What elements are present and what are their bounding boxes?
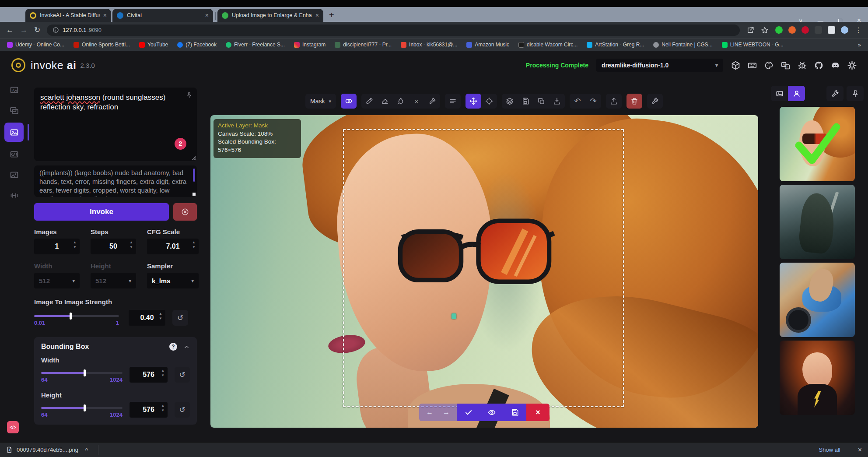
show-all-downloads-link[interactable]: Show all	[819, 446, 840, 453]
download-menu-icon[interactable]: ^	[85, 446, 88, 453]
move-tool-button[interactable]	[466, 94, 481, 109]
address-bar[interactable]: 127.0.0.1:9090	[47, 25, 740, 36]
tab-invokeai[interactable]: InvokeAI - A Stable Diffusion Too ×	[25, 9, 111, 22]
download-item[interactable]: 000979.40d74eb5....png ^	[6, 446, 88, 453]
pin-icon[interactable]	[186, 91, 192, 101]
console-toggle-button[interactable]: </>	[7, 421, 19, 433]
cfg-scale-input[interactable]: 7.01 ▲▼	[147, 239, 199, 254]
stepper[interactable]: ▲▼	[161, 404, 164, 412]
tab-image-to-image[interactable]	[6, 102, 22, 119]
accept-image-button[interactable]	[457, 404, 480, 421]
undo-button[interactable]: ↶	[570, 94, 585, 109]
panel-scrollbar[interactable]	[28, 124, 29, 141]
width-select[interactable]: 512▾	[34, 273, 80, 288]
volume-extension-icon[interactable]	[788, 26, 796, 34]
bookmark-item[interactable]: LINE WEBTOON - G...	[722, 42, 784, 48]
images-input[interactable]: 1 ▲▼	[34, 239, 80, 254]
bookmark-item[interactable]: Udemy - Online Co...	[7, 42, 64, 48]
bbox-width-input[interactable]: 576 ▲▼	[130, 367, 168, 383]
eraser-tool-button[interactable]	[377, 94, 393, 109]
tab-text-to-image[interactable]	[6, 81, 22, 98]
mask-options-button[interactable]	[341, 94, 357, 109]
bbox-height-input[interactable]: 576 ▲▼	[130, 402, 168, 418]
strength-slider[interactable]: 0.01 1	[34, 312, 119, 323]
gallery-results-tab[interactable]	[788, 86, 805, 101]
new-tab-button[interactable]: +	[329, 10, 334, 20]
bbox-width-slider[interactable]: 64 1024	[41, 369, 122, 380]
stepper[interactable]: ▲▼	[73, 241, 77, 249]
collapse-chevron-icon[interactable]	[183, 344, 190, 350]
language-icon[interactable]	[781, 61, 790, 70]
tab-close-icon[interactable]: ×	[205, 12, 209, 19]
tab-upscale[interactable]: Upload Image to Enlarge & Enha ×	[217, 9, 323, 22]
canvas-image[interactable]: Active Layer: Mask Canvas Scale: 108% Sc…	[210, 115, 758, 428]
gallery-settings-button[interactable]	[826, 86, 844, 101]
gallery-thumbnail-selected[interactable]	[780, 107, 855, 181]
bookmark-item[interactable]: Fiverr - Freelance S...	[226, 42, 285, 48]
notes-extension-icon[interactable]	[828, 26, 835, 34]
site-info-icon[interactable]	[52, 27, 59, 33]
resize-handle-icon[interactable]	[192, 156, 196, 160]
erase-bounding-box-button[interactable]: ×	[409, 94, 424, 109]
back-button[interactable]: ←	[6, 26, 14, 35]
tab-training[interactable]	[6, 187, 22, 204]
gallery-images-tab[interactable]	[771, 86, 788, 101]
theme-palette-icon[interactable]	[764, 61, 774, 70]
save-to-gallery-button[interactable]	[518, 94, 533, 109]
prompt-input[interactable]: scarlett johansson (round sunglasses) re…	[34, 88, 197, 161]
model-manager-icon[interactable]	[731, 61, 740, 70]
grammarly-extension-icon[interactable]	[775, 26, 783, 34]
gallery-thumbnail[interactable]	[780, 341, 855, 415]
bookmark-star-icon[interactable]	[761, 26, 769, 34]
copy-to-clipboard-button[interactable]	[533, 94, 549, 109]
stepper[interactable]: ▲▼	[130, 241, 133, 249]
tab-nodes[interactable]	[6, 146, 22, 162]
adblock-extension-icon[interactable]	[802, 26, 809, 34]
reset-view-button[interactable]	[481, 94, 497, 109]
bookmark-item[interactable]: Amazon Music	[466, 42, 509, 48]
slider-handle[interactable]	[84, 404, 86, 411]
merge-visible-button[interactable]	[502, 94, 518, 109]
fill-bounding-box-button[interactable]	[393, 94, 409, 109]
layer-select[interactable]: Mask ▾	[305, 94, 336, 109]
close-downloads-bar-icon[interactable]: ×	[858, 446, 862, 454]
gallery-thumbnail[interactable]	[780, 263, 855, 337]
brush-options-button[interactable]	[445, 94, 461, 109]
discord-icon[interactable]	[831, 61, 840, 70]
scrollbar-thumb[interactable]	[193, 169, 195, 182]
cancel-button[interactable]	[173, 203, 197, 221]
bookmark-item[interactable]: disable Wacom Circ...	[518, 42, 578, 48]
help-icon[interactable]: ?	[169, 343, 177, 351]
profile-avatar[interactable]	[841, 26, 848, 34]
bbox-height-slider[interactable]: 64 1024	[41, 404, 122, 415]
bookmark-item[interactable]: Neil Fontaine | CGS...	[653, 42, 713, 48]
reset-strength-button[interactable]: ↺	[172, 310, 188, 326]
tab-close-icon[interactable]: ×	[103, 12, 107, 19]
bookmark-item[interactable]: Inbox - klk56831@...	[401, 42, 457, 48]
canvas-settings-button[interactable]	[647, 94, 663, 109]
stepper[interactable]: ▲▼	[192, 241, 196, 249]
bookmark-item[interactable]: YouTube	[139, 42, 168, 48]
tab-civitai[interactable]: Civitai ×	[112, 9, 213, 22]
bookmark-item[interactable]: discipleneil777 - Pr...	[335, 42, 392, 48]
steps-input[interactable]: 50 ▲▼	[91, 239, 136, 254]
download-image-button[interactable]	[549, 94, 565, 109]
color-picker-button[interactable]	[424, 94, 440, 109]
reset-bbox-height-button[interactable]: ↺	[175, 402, 190, 418]
bookmark-item[interactable]: Online Sports Betti...	[74, 42, 130, 48]
show-hide-original-button[interactable]	[480, 404, 503, 421]
bookmark-item[interactable]: (7) Facebook	[177, 42, 217, 48]
previous-image-button[interactable]: ←	[426, 408, 433, 416]
negative-prompt-input[interactable]: ((implants)) (large boobs) nude bad anat…	[34, 165, 197, 197]
gallery-pin-button[interactable]	[847, 86, 864, 101]
tab-unified-canvas[interactable]	[4, 123, 24, 142]
reload-button[interactable]: ↻	[34, 25, 40, 35]
next-image-button[interactable]: →	[443, 408, 450, 416]
gallery-thumbnail[interactable]	[780, 185, 855, 259]
clear-canvas-button[interactable]	[626, 94, 642, 109]
hotkeys-icon[interactable]	[748, 61, 757, 70]
height-select[interactable]: 512▾	[91, 273, 136, 288]
report-bug-icon[interactable]	[798, 61, 807, 70]
browser-menu-icon[interactable]: ⋮	[855, 26, 862, 34]
redo-button[interactable]: ↷	[585, 94, 601, 109]
